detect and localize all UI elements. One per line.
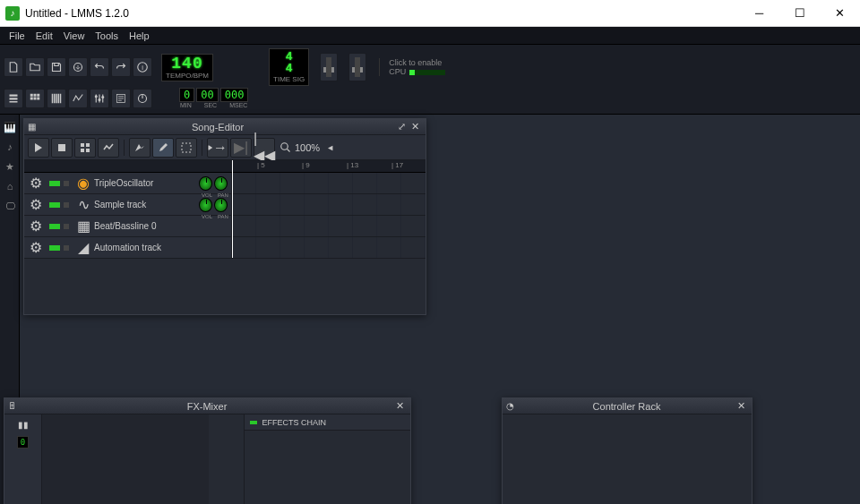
export-button[interactable] (68, 57, 88, 77)
controller-rack-titlebar[interactable]: ◔ Controller Rack ✕ (503, 398, 752, 414)
menu-edit[interactable]: Edit (30, 29, 58, 43)
record-accomp-button[interactable] (98, 138, 119, 158)
svg-rect-23 (81, 143, 84, 147)
track-solo-button[interactable] (64, 202, 69, 208)
bbeditor-toggle-button[interactable] (25, 89, 45, 108)
song-editor-maximize-button[interactable]: ⤢ (395, 121, 408, 132)
track-name[interactable]: Automation track (94, 243, 231, 252)
dock-instruments-icon[interactable]: 🎹 (1, 118, 19, 136)
track-solo-button[interactable] (64, 181, 69, 186)
pianoroll-toggle-button[interactable] (47, 89, 66, 108)
dock-home-icon[interactable]: ⌂ (1, 177, 19, 195)
undo-button[interactable] (90, 57, 109, 77)
skip-start-button[interactable]: |◀◀ (254, 138, 275, 158)
fx-add-channel-button[interactable]: + (209, 414, 245, 504)
skip-next-button[interactable]: ▶| (230, 138, 252, 158)
timesig-display[interactable]: 4 4 TIME SIG (269, 48, 309, 86)
zoom-down-button[interactable]: ◄ (323, 143, 337, 152)
time-sec[interactable]: 00 (196, 88, 218, 102)
edit-mode-button[interactable] (176, 138, 197, 158)
track-name[interactable]: TripleOscillator (94, 178, 199, 188)
track-settings-button[interactable]: ⚙ (28, 175, 44, 192)
fxmixer-toggle-button[interactable] (90, 89, 109, 108)
dock-computer-icon[interactable]: 🖵 (1, 197, 19, 215)
master-volume-slider[interactable] (320, 53, 338, 81)
menu-file[interactable]: File (4, 29, 30, 43)
track-content[interactable] (232, 173, 426, 193)
tempo-display[interactable]: 140 TEMPO/BPM (161, 54, 213, 81)
skip-back-button[interactable]: → (207, 138, 228, 158)
track-settings-button[interactable]: ⚙ (28, 218, 44, 235)
play-button[interactable] (28, 138, 49, 158)
song-editor-titlebar[interactable]: ▦ Song-Editor ⤢ ✕ (24, 119, 426, 135)
time-msec[interactable]: 000 (220, 88, 249, 102)
track-volume-knob[interactable] (199, 176, 212, 191)
track-mute-button[interactable] (49, 202, 60, 208)
draw-mode-button[interactable] (152, 138, 174, 158)
open-file-button[interactable] (25, 57, 45, 77)
fx-mixer-titlebar[interactable]: 🎚 FX-Mixer ✕ (4, 398, 410, 414)
playhead-icon[interactable] (232, 160, 233, 258)
dock-samples-icon[interactable]: ♪ (1, 138, 19, 156)
notes-toggle-button[interactable] (111, 89, 131, 108)
new-file-button[interactable] (4, 57, 23, 77)
dock-presets-icon[interactable]: ★ (1, 158, 19, 175)
track-content[interactable] (232, 216, 426, 236)
track-content[interactable] (232, 194, 426, 215)
svg-rect-15 (58, 93, 60, 103)
svg-rect-26 (86, 149, 90, 152)
song-editor-title: Song-Editor (40, 122, 395, 132)
ruler-mark: | 17 (391, 161, 403, 169)
timeline-ruler[interactable]: | 5 | 9 | 13 | 17 (24, 160, 426, 173)
track-solo-button[interactable] (64, 224, 69, 229)
track-solo-button[interactable] (64, 245, 69, 251)
track-settings-button[interactable]: ⚙ (28, 240, 44, 256)
stop-button[interactable] (51, 138, 73, 158)
track-mute-button[interactable] (49, 181, 60, 186)
track-name[interactable]: Sample track (94, 200, 199, 209)
time-min[interactable]: 0 (179, 88, 194, 102)
menu-tools[interactable]: Tools (90, 29, 124, 43)
window-title: Untitled - LMMS 1.2.0 (25, 7, 129, 20)
window-minimize-button[interactable]: ─ (739, 0, 779, 27)
window-close-button[interactable]: ✕ (820, 0, 860, 27)
redo-button[interactable] (111, 57, 131, 77)
save-file-button[interactable] (47, 57, 66, 77)
workspace: 🎹 ♪ ★ ⌂ 🖵 ▦ Song-Editor ⤢ ✕ → ▶| |◀◀ (0, 115, 860, 504)
zoom-value[interactable]: 100% (295, 142, 320, 153)
track-content[interactable] (232, 237, 426, 258)
track-pan-knob[interactable] (214, 198, 228, 212)
cpu-bar-icon (409, 70, 445, 75)
track-volume-knob[interactable] (199, 198, 212, 212)
controller-rack-close-button[interactable]: ✕ (735, 400, 748, 412)
svg-rect-24 (86, 143, 90, 147)
menu-view[interactable]: View (58, 29, 90, 43)
whatsthis-button[interactable]: i (133, 57, 152, 77)
add-track-button[interactable] (129, 138, 150, 158)
track-mute-button[interactable] (49, 224, 60, 229)
svg-rect-8 (37, 93, 39, 96)
svg-point-19 (101, 96, 104, 98)
song-editor-window: ▦ Song-Editor ⤢ ✕ → ▶| |◀◀ 100% ◄ | (23, 118, 426, 315)
controller-toggle-button[interactable] (133, 89, 152, 108)
song-editor-close-button[interactable]: ✕ (408, 121, 422, 132)
fx-mixer-close-button[interactable]: ✕ (393, 400, 407, 412)
menu-help[interactable]: Help (124, 29, 155, 43)
window-maximize-button[interactable]: ☐ (779, 0, 820, 27)
svg-rect-16 (60, 93, 62, 103)
track-pan-knob[interactable] (214, 176, 228, 191)
fx-channel-label[interactable]: Master (19, 461, 28, 504)
automation-toggle-button[interactable] (68, 89, 88, 108)
track-settings-button[interactable]: ⚙ (28, 197, 44, 213)
master-pitch-slider[interactable] (348, 53, 366, 81)
fx-chain-enable-led[interactable] (250, 421, 257, 424)
track-name[interactable]: Beat/Bassline 0 (94, 221, 231, 231)
track-mute-button[interactable] (49, 245, 60, 251)
fx-master-strip[interactable]: ▮▮ 0 Master (4, 414, 42, 504)
record-button[interactable] (74, 138, 96, 158)
fx-mixer-title: FX-Mixer (21, 401, 393, 412)
cpu-label: CPU (389, 67, 406, 76)
cpu-meter[interactable]: Click to enable CPU (379, 58, 445, 76)
songeditor-toggle-button[interactable] (4, 89, 23, 108)
menu-bar: File Edit View Tools Help (0, 27, 860, 45)
